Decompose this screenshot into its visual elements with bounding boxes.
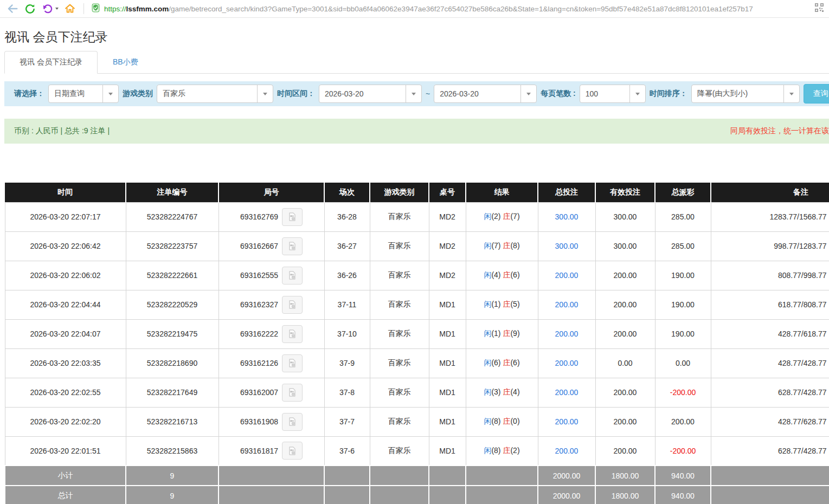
total-bet-link[interactable]: 200.00 [555, 329, 579, 338]
player-result-label: 闲 [484, 446, 491, 455]
summary-cell: 小计 [5, 466, 126, 486]
home-icon[interactable] [63, 2, 77, 16]
result-cell: 闲(2) 庄(7) [466, 202, 538, 231]
date-from-select[interactable]: 2026-03-20 [319, 85, 422, 103]
round-number-cell: 693162769 [219, 202, 324, 231]
address-bar[interactable]: https://lssfmm.com/game/betrecord_search… [91, 3, 809, 15]
sort-value: 降幂(由大到小) [692, 89, 783, 99]
payout-cell: 0.00 [655, 348, 711, 378]
video-replay-button[interactable] [282, 208, 303, 226]
banker-result-label: 庄 [503, 329, 510, 338]
banker-result-label: 庄 [503, 387, 510, 396]
sort-label: 时间排序： [650, 89, 687, 99]
total-bet-link[interactable]: 200.00 [555, 417, 579, 426]
video-replay-button[interactable] [282, 354, 303, 372]
tab-bb-tip[interactable]: BB小费 [98, 51, 153, 74]
banker-result-value: (0) [510, 417, 519, 425]
total-bet-cell: 300.00 [538, 202, 595, 231]
table-row: 2026-03-20 22:04:07 523282219475 6931622… [5, 319, 829, 348]
player-result-value: (6) [491, 358, 500, 367]
query-mode-select[interactable]: 日期查询 [48, 85, 119, 103]
undo-icon[interactable] [40, 2, 54, 16]
table-row: 2026-03-20 22:03:35 523282218690 6931621… [5, 348, 829, 378]
round-number-cell: 693162007 [219, 378, 324, 407]
round-number: 693162327 [240, 300, 278, 309]
video-replay-button[interactable] [282, 267, 303, 285]
toolbar-divider [83, 3, 84, 14]
refresh-icon[interactable] [23, 2, 37, 16]
result-cell: 闲(8) 庄(2) [466, 436, 538, 466]
table-row: 2026-03-20 22:01:51 523282215863 6931618… [5, 436, 829, 466]
tab-bet-records[interactable]: 视讯 会员下注纪录 [4, 51, 98, 74]
column-header: 场次 [324, 183, 370, 202]
game-type-select[interactable]: 百家乐 [157, 85, 273, 103]
video-replay-button[interactable] [282, 325, 303, 343]
player-result-value: (2) [491, 212, 500, 221]
round-number: 693162007 [240, 388, 278, 397]
undo-dropdown-icon[interactable] [55, 8, 59, 10]
header-row: 时间注单编号局号场次游戏类别桌号结果总投注有效投注总派彩备注 [5, 183, 829, 202]
video-replay-button[interactable] [282, 237, 303, 255]
total-bet-link[interactable]: 200.00 [555, 271, 579, 280]
banker-result-value: (9) [510, 329, 519, 338]
video-replay-button[interactable] [282, 384, 303, 402]
round-number: 693162769 [240, 212, 278, 221]
table-header: 时间注单编号局号场次游戏类别桌号结果总投注有效投注总派彩备注 [5, 183, 829, 202]
banker-result-value: (6) [510, 270, 519, 279]
qr-code-icon[interactable] [815, 3, 824, 14]
time-cell: 2026-03-20 22:03:35 [5, 348, 126, 378]
total-bet-link[interactable]: 200.00 [555, 388, 579, 397]
game-type-value: 百家乐 [157, 89, 257, 99]
round-number: 693162555 [240, 271, 278, 280]
valid-bet-cell: 200.00 [595, 290, 655, 319]
table-row: 2026-03-20 22:07:17 523282224767 6931627… [5, 202, 829, 231]
payout-cell: 285.00 [655, 231, 711, 261]
time-cell: 2026-03-20 22:07:17 [5, 202, 126, 231]
total-bet-link[interactable]: 200.00 [555, 300, 579, 309]
column-header: 局号 [219, 183, 324, 202]
chevron-down-icon [406, 85, 421, 102]
remark-cell: 628.77/428.77 [711, 378, 829, 407]
date-to-select[interactable]: 2026-03-20 [434, 85, 537, 103]
game-type-cell: 百家乐 [370, 378, 429, 407]
bet-number-cell: 523282223757 [126, 231, 219, 261]
chevron-down-icon [629, 85, 645, 102]
round-number-cell: 693162327 [219, 290, 324, 319]
video-replay-button[interactable] [282, 296, 303, 314]
player-result-label: 闲 [484, 241, 491, 250]
time-range-label: 时间区间： [277, 89, 315, 99]
result-cell: 闲(7) 庄(8) [466, 231, 538, 261]
valid-bet-cell: 200.00 [595, 436, 655, 466]
total-bet-link[interactable]: 200.00 [555, 447, 579, 455]
game-type-cell: 百家乐 [370, 290, 429, 319]
date-to-value: 2026-03-20 [434, 89, 520, 98]
summary-cell: 9 [126, 486, 219, 504]
payout-cell: 190.00 [655, 290, 711, 319]
banker-result-label: 庄 [503, 241, 510, 250]
video-replay-button[interactable] [282, 413, 303, 431]
banker-result-label: 庄 [503, 270, 510, 279]
session-cell: 37-7 [324, 407, 370, 436]
player-result-label: 闲 [484, 270, 491, 279]
round-number-cell: 693162667 [219, 231, 324, 261]
total-bet-link[interactable]: 300.00 [555, 212, 579, 221]
filter-bar: 请选择： 日期查询 游戏类别 百家乐 时间区间： 2026-03-20 ~ 20… [4, 81, 829, 106]
summary-cell: 1800.00 [595, 466, 655, 486]
remark-cell: 998.77/1283.77 [711, 231, 829, 261]
summary-cell [429, 466, 466, 486]
game-type-cell: 百家乐 [370, 202, 429, 231]
total-bet-link[interactable]: 200.00 [555, 359, 579, 367]
total-bet-link[interactable]: 300.00 [555, 242, 579, 250]
time-cell: 2026-03-20 22:01:51 [5, 436, 126, 466]
column-header: 注单编号 [126, 183, 219, 202]
banker-result-value: (5) [510, 300, 519, 308]
back-icon[interactable] [5, 2, 20, 16]
remark-cell: 428.77/628.77 [711, 407, 829, 436]
page-size-select[interactable]: 100 [580, 85, 646, 103]
search-button[interactable]: 查询 [804, 84, 829, 104]
session-cell: 37-11 [324, 290, 370, 319]
summary-cell: 940.00 [655, 486, 711, 504]
video-replay-button[interactable] [282, 442, 303, 460]
total-bet-cell: 200.00 [538, 436, 595, 466]
sort-select[interactable]: 降幂(由大到小) [691, 85, 800, 103]
